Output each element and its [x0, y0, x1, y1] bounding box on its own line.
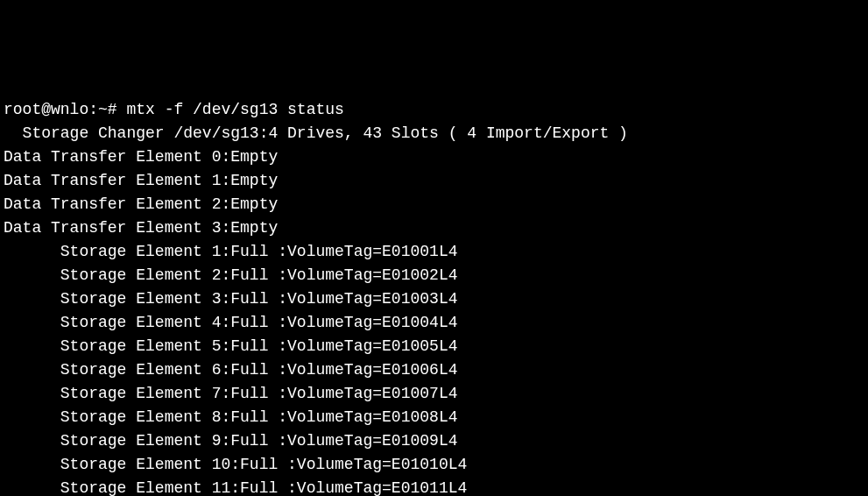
command-text: mtx -f /dev/sg13 status: [126, 101, 343, 118]
dte-line: Data Transfer Element 1:Empty: [4, 169, 864, 193]
storage-line: Storage Element 3:Full :VolumeTag=E01003…: [4, 287, 864, 311]
storage-line: Storage Element 6:Full :VolumeTag=E01006…: [4, 358, 864, 382]
storage-line: Storage Element 10:Full :VolumeTag=E0101…: [4, 453, 864, 477]
dte-line: Data Transfer Element 0:Empty: [4, 145, 864, 169]
storage-line: Storage Element 8:Full :VolumeTag=E01008…: [4, 406, 864, 429]
storage-line: Storage Element 5:Full :VolumeTag=E01005…: [4, 335, 864, 358]
storage-line: Storage Element 4:Full :VolumeTag=E01004…: [4, 311, 864, 335]
storage-line: Storage Element 7:Full :VolumeTag=E01007…: [4, 382, 864, 406]
changer-header: Storage Changer /dev/sg13:4 Drives, 43 S…: [4, 122, 864, 145]
storage-line: Storage Element 2:Full :VolumeTag=E01002…: [4, 264, 864, 287]
shell-prompt: root@wnlo:~#: [4, 101, 126, 118]
dte-line: Data Transfer Element 2:Empty: [4, 193, 864, 216]
command-line: root@wnlo:~# mtx -f /dev/sg13 status: [4, 98, 864, 122]
storage-line: Storage Element 11:Full :VolumeTag=E0101…: [4, 477, 864, 496]
dte-line: Data Transfer Element 3:Empty: [4, 216, 864, 240]
storage-line: Storage Element 9:Full :VolumeTag=E01009…: [4, 429, 864, 453]
terminal-output: root@wnlo:~# mtx -f /dev/sg13 status Sto…: [4, 98, 864, 496]
storage-line: Storage Element 1:Full :VolumeTag=E01001…: [4, 240, 864, 264]
